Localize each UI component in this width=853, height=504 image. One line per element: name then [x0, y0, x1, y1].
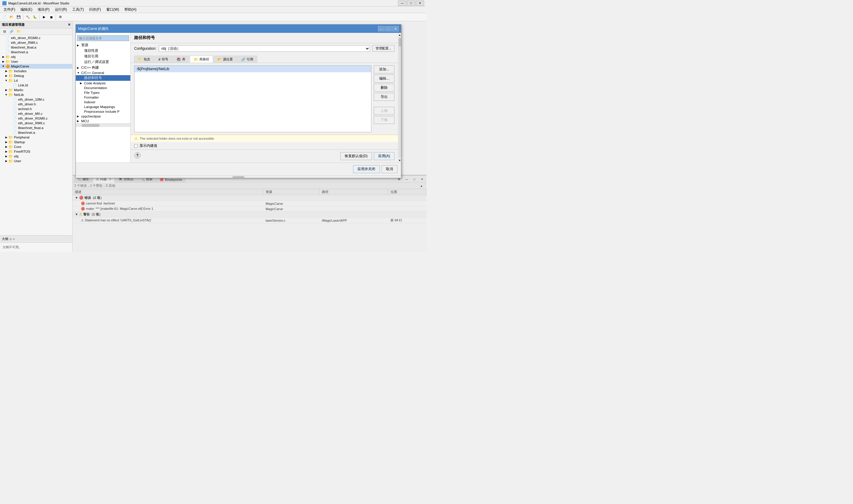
tree-item-obj-top[interactable]: ▶ 📁 obj	[0, 54, 72, 59]
move-down-btn[interactable]: 下移	[374, 116, 395, 124]
tree-item-netlib[interactable]: ▼ 📁 NetLib	[0, 92, 72, 97]
tree-item-netlib-eth-h[interactable]: 📄 eth_driver.h	[0, 102, 72, 107]
dtree-proj-ref[interactable]: 项目引用	[76, 54, 130, 59]
tree-item-user-top[interactable]: ▶ 📁 User	[0, 59, 72, 64]
dtree-cpp-build[interactable]: ▶ C/C++ 构建	[76, 65, 130, 70]
explorer-close[interactable]: ✕	[68, 23, 70, 26]
tree-item-user-inner[interactable]: ▶ 📁 User	[0, 159, 72, 163]
apply-close-btn[interactable]: 应用并关闭	[353, 165, 380, 173]
hscroll-thumb[interactable]	[82, 124, 100, 127]
menu-project[interactable]: 项目(P)	[35, 6, 52, 13]
dialog-tree-hscroll[interactable]	[76, 123, 130, 127]
dtree-proj-prop[interactable]: 项目性质	[76, 48, 130, 54]
toolbar-debug[interactable]: 🐛	[32, 14, 38, 20]
menu-flash[interactable]: 闪存(F)	[87, 6, 103, 13]
close-btn[interactable]: ✕	[416, 1, 424, 6]
minimize-btn[interactable]: —	[398, 1, 406, 6]
scroll-down-arrow[interactable]: ▼	[398, 158, 402, 162]
dialog-filter-input[interactable]	[77, 35, 129, 41]
tree-item-marlin[interactable]: ▶ 📁 Marlin	[0, 88, 72, 92]
config-select[interactable]: obj［活动］	[159, 45, 370, 52]
manage-config-btn[interactable]: 管理配置...	[372, 45, 395, 52]
toolbar-build[interactable]: 🔨	[24, 14, 31, 20]
toolbar-stop[interactable]: ⏹	[48, 14, 54, 20]
tree-item-core[interactable]: ▶ 📁 Core	[0, 144, 72, 149]
move-up-btn[interactable]: 上移	[374, 107, 395, 115]
menu-window[interactable]: 窗口(W)	[104, 6, 121, 13]
tree-item-peripheral[interactable]: ▶ 📁 Peripheral	[0, 135, 72, 140]
add-btn[interactable]: 添加...	[374, 66, 395, 73]
toolbar-save[interactable]: 💾	[15, 14, 22, 20]
tree-item-includes[interactable]: ▶ 📁 Includes	[0, 69, 72, 73]
dtree-cppcheclipse[interactable]: ▶ cppcheclipse	[76, 114, 130, 119]
dtree-code-analysis[interactable]: ▶ Code Analysis	[76, 81, 130, 86]
dialog-close[interactable]: ✕	[392, 26, 399, 31]
tab-libraries[interactable]: 📚 库	[173, 56, 189, 63]
cancel-btn[interactable]: 取消	[382, 165, 398, 173]
dialog-path-list[interactable]: /${ProjName}/NetLib	[134, 66, 371, 132]
maximize-btn[interactable]: □	[407, 1, 415, 6]
edit-btn[interactable]: 编辑...	[374, 75, 395, 83]
tree-item-netlib-eth-mii[interactable]: 📄 eth_driver_MII.c	[0, 111, 72, 116]
dtree-file-types[interactable]: File Types	[76, 90, 130, 95]
apply-btn[interactable]: 应用(A)	[374, 152, 395, 160]
dtree-documentation[interactable]: Documentation	[76, 86, 130, 90]
outline-controls[interactable]: ⊟ ✕	[10, 238, 15, 240]
tree-item-linkld[interactable]: 📄 Link.ld	[0, 83, 72, 88]
toolbar-open[interactable]: 📂	[8, 14, 15, 20]
tree-item-netlib-wchnet-h[interactable]: 📄 wchnet.h	[0, 107, 72, 111]
tree-item-libwchnet-float[interactable]: 📄 libwchnet_float.a	[0, 45, 72, 50]
toolbar-run[interactable]: ▶	[41, 14, 47, 20]
tab-libpath[interactable]: 📁 库路径	[190, 56, 213, 63]
dialog-controls[interactable]: — □ ✕	[378, 26, 399, 31]
dtree-path-symbol[interactable]: 路径和符号	[76, 75, 130, 81]
dialog-hscroll[interactable]	[76, 176, 401, 178]
dtree-preprocessor[interactable]: Preprocessor Include P	[76, 109, 130, 114]
tree-item-netlib-libwchnet-float[interactable]: 📄 libwchnet_float.a	[0, 125, 72, 130]
tab-refs[interactable]: 🔗 引用	[237, 56, 257, 63]
dtree-mcu[interactable]: ▶ MCU	[76, 119, 130, 123]
scroll-up-arrow[interactable]: ▲	[398, 33, 402, 37]
toolbar-new[interactable]: 📄	[1, 14, 8, 20]
tab-symbols[interactable]: # 符号	[155, 56, 172, 63]
menu-help[interactable]: 帮助(H)	[122, 6, 139, 13]
tree-item-netlib-eth-rgmii[interactable]: 📄 eth_driver_RGMII.c	[0, 116, 72, 121]
menu-edit[interactable]: 编辑(E)	[18, 6, 35, 13]
dialog-minimize[interactable]: —	[378, 26, 384, 31]
dtree-cpp-general[interactable]: ▼ C/C++ General	[76, 70, 130, 75]
tab-sourceloc[interactable]: 📂 源位置	[213, 56, 237, 63]
toolbar-settings[interactable]: ⚙	[57, 14, 64, 20]
dtree-run-debug[interactable]: 运行／调试设置	[76, 59, 130, 65]
link-editor-btn[interactable]: 🔗	[8, 29, 15, 35]
export-btn[interactable]: 导出	[374, 93, 395, 101]
title-bar-controls[interactable]: — □ ✕	[398, 1, 424, 6]
help-icon[interactable]: ?	[134, 152, 141, 159]
menu-tools[interactable]: 工具(T)	[70, 6, 86, 13]
tree-item-eth-rgmii[interactable]: 📄 eth_driver_RGMII.c	[0, 36, 72, 40]
dialog-vscroll[interactable]: ▲ ▼	[398, 33, 401, 162]
tree-item-netlib-libwchnet[interactable]: 📄 libwchnet.a	[0, 130, 72, 135]
tree-item-libwchnet[interactable]: 📄 libwchnet.a	[0, 50, 72, 54]
dialog-maximize[interactable]: □	[385, 26, 391, 31]
tree-item-netlib-eth10m[interactable]: 📄 eth_driver_10M.c	[0, 97, 72, 102]
tree-item-obj-inner[interactable]: ▶ 📁 obj	[0, 154, 72, 159]
dtree-formatter[interactable]: Formatter	[76, 95, 130, 100]
menu-file[interactable]: 文件(F)	[1, 6, 17, 13]
tree-item-freertos[interactable]: ▶ 📁 FreeRTOS	[0, 149, 72, 154]
delete-btn[interactable]: 删除	[374, 84, 395, 92]
tree-item-magiccarve[interactable]: ▼ 🔶 MagicCarve	[0, 64, 72, 69]
collapse-all-btn[interactable]: ⊟	[1, 29, 8, 35]
list-item-netlib[interactable]: /${ProjName}/NetLib	[135, 66, 371, 72]
tree-item-startup[interactable]: ▶ 📁 Startup	[0, 140, 72, 144]
dtree-indexer[interactable]: Indexer	[76, 100, 130, 105]
tree-item-netlib-eth-rmii[interactable]: 📄 eth_driver_RMII.c	[0, 121, 72, 125]
tab-includes[interactable]: 📁 包含	[134, 56, 154, 63]
show-builtin-checkbox[interactable]	[134, 144, 138, 148]
tree-item-debug[interactable]: ▶ 📁 Debug	[0, 73, 72, 78]
dtree-lang-map[interactable]: Language Mappings	[76, 105, 130, 109]
tree-item-eth-rmii[interactable]: 📄 eth_driver_RMII.c	[0, 40, 72, 45]
menu-run[interactable]: 运行(R)	[52, 6, 69, 13]
dialog-hscroll-thumb[interactable]	[232, 176, 244, 178]
new-folder-btn[interactable]: 📁	[15, 29, 22, 35]
tree-item-ld[interactable]: ▼ 📁 Ld	[0, 78, 72, 83]
